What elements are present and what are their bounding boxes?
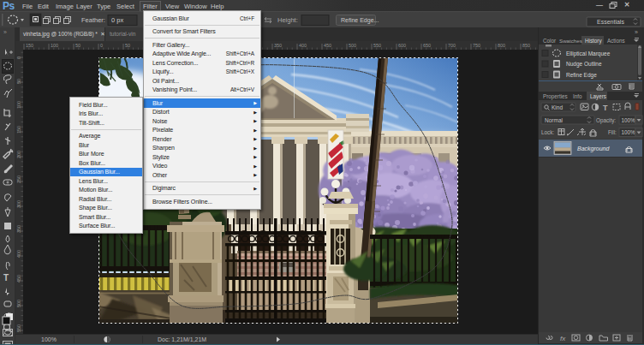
svg-text:Actions: Actions <box>607 38 625 44</box>
svg-text:Lock:: Lock: <box>541 129 554 135</box>
svg-text:0: 0 <box>100 43 103 48</box>
svg-text:550: 550 <box>373 43 381 48</box>
svg-text:Color: Color <box>543 38 556 44</box>
svg-text:Opacity:: Opacity: <box>596 117 616 124</box>
svg-text:350: 350 <box>274 43 282 48</box>
svg-text:400: 400 <box>299 43 307 48</box>
svg-text:Properties: Properties <box>543 93 568 100</box>
svg-text:450: 450 <box>324 43 331 48</box>
svg-text:50: 50 <box>125 43 130 48</box>
svg-text:Layers: Layers <box>590 93 606 100</box>
svg-text:Refine Edge...: Refine Edge... <box>341 17 379 24</box>
svg-text:500: 500 <box>349 43 356 48</box>
svg-text:Refine Edge: Refine Edge <box>566 72 597 79</box>
svg-text:100%: 100% <box>622 117 636 123</box>
svg-text:Kind: Kind <box>552 104 563 110</box>
svg-text:Doc: 1,21M/1,21M: Doc: 1,21M/1,21M <box>158 336 206 342</box>
svg-text:Swatches: Swatches <box>559 38 582 44</box>
svg-text:100: 100 <box>51 43 58 48</box>
svg-text:Nudge Outline: Nudge Outline <box>566 61 602 68</box>
svg-text:700: 700 <box>448 43 456 48</box>
svg-text:650: 650 <box>423 43 431 48</box>
svg-text:200: 200 <box>16 151 21 158</box>
svg-text:450: 450 <box>16 275 21 283</box>
svg-text:Elliptical Marquee: Elliptical Marquee <box>566 51 611 57</box>
svg-text:100: 100 <box>16 101 21 109</box>
svg-text:0: 0 <box>16 57 21 59</box>
svg-text:Height:: Height: <box>277 16 298 24</box>
svg-text:750: 750 <box>473 43 480 48</box>
svg-text:150: 150 <box>16 126 21 134</box>
svg-text:100%: 100% <box>622 129 636 135</box>
svg-text:100%: 100% <box>41 336 57 342</box>
svg-text:Background: Background <box>577 146 610 152</box>
svg-text:350: 350 <box>16 225 21 233</box>
svg-text:History: History <box>585 38 602 45</box>
svg-text:150: 150 <box>26 43 33 48</box>
svg-text:50: 50 <box>16 79 21 84</box>
svg-text:500: 500 <box>16 300 21 307</box>
svg-text:T: T <box>3 273 9 283</box>
svg-text:Feather:: Feather: <box>81 16 105 24</box>
svg-text:400: 400 <box>16 250 21 258</box>
svg-text:T: T <box>603 104 608 112</box>
svg-text:»: » <box>635 29 638 35</box>
svg-text:Normal: Normal <box>545 117 564 123</box>
svg-text:600: 600 <box>398 43 406 48</box>
svg-text:»: » <box>3 29 7 35</box>
svg-text:Essentials: Essentials <box>597 19 624 25</box>
svg-text:Fill:: Fill: <box>608 129 617 135</box>
svg-text:50: 50 <box>75 43 80 48</box>
svg-text:850: 850 <box>522 43 530 48</box>
svg-text:0 px: 0 px <box>111 16 123 24</box>
svg-text:300: 300 <box>16 200 21 208</box>
svg-text:Info: Info <box>573 93 582 99</box>
svg-text:800: 800 <box>498 43 505 48</box>
svg-text:550: 550 <box>16 324 21 332</box>
svg-text:fx: fx <box>560 335 566 342</box>
svg-text:250: 250 <box>16 175 21 183</box>
